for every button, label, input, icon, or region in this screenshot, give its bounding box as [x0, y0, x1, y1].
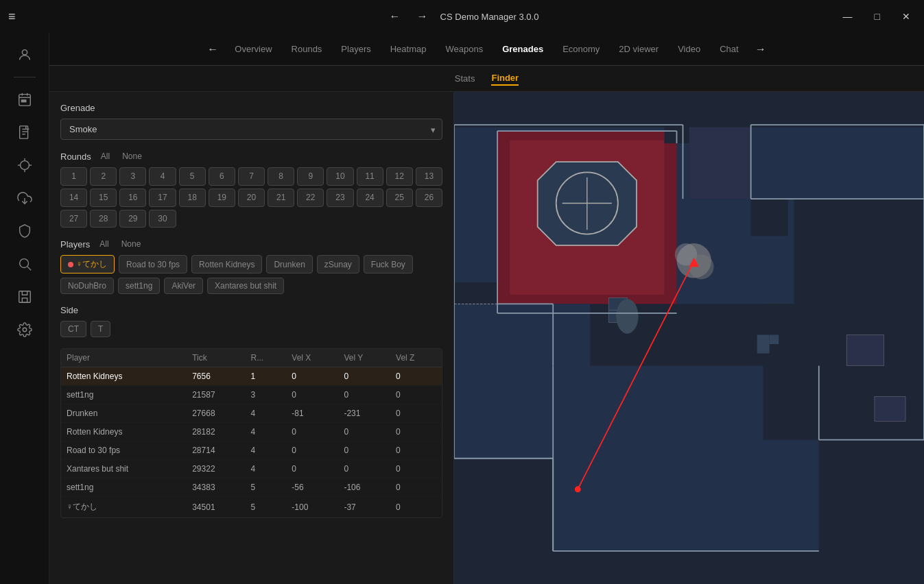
- side-tag-t[interactable]: T: [91, 321, 110, 337]
- round-btn-24[interactable]: 24: [357, 188, 383, 207]
- table-row[interactable]: ♀てかし 34501 5 -100 -37 0: [61, 497, 442, 518]
- svg-rect-74: [770, 334, 779, 344]
- table-row[interactable]: Drunken 27668 4 -81 -231 0: [61, 404, 442, 423]
- round-btn-23[interactable]: 23: [327, 188, 353, 207]
- nav-item-economy[interactable]: Economy: [554, 41, 608, 57]
- col-tick: Tick: [187, 349, 245, 367]
- nav-item-grenades[interactable]: Grenades: [494, 41, 552, 57]
- table-row[interactable]: Rotten Kidneys 7656 1 0 0 0: [61, 367, 442, 386]
- round-btn-25[interactable]: 25: [386, 188, 413, 207]
- round-btn-7[interactable]: 7: [238, 167, 265, 186]
- players-none-button[interactable]: None: [119, 239, 144, 250]
- table-row[interactable]: sett1ng 34383 5 -56 -106 0: [61, 478, 442, 497]
- player-tag-otekashi[interactable]: ♀てかし: [60, 255, 115, 273]
- round-btn-12[interactable]: 12: [386, 167, 413, 186]
- nav-back-arrow[interactable]: ←: [202, 40, 224, 58]
- cell-vely: 0: [338, 367, 390, 386]
- sidebar-item-crosshair[interactable]: [11, 151, 38, 179]
- round-btn-1[interactable]: 1: [60, 167, 87, 186]
- round-btn-11[interactable]: 11: [357, 167, 383, 186]
- table-row[interactable]: Road to 30 fps 28714 4 0 0 0: [61, 441, 442, 460]
- subnav-stats[interactable]: Stats: [455, 72, 475, 85]
- sidebar-item-download[interactable]: [11, 184, 38, 212]
- forward-button[interactable]: →: [413, 9, 432, 24]
- cell-velz: 0: [390, 423, 442, 441]
- svg-point-0: [22, 50, 27, 55]
- sidebar-item-shield[interactable]: [11, 217, 38, 245]
- back-button[interactable]: ←: [386, 9, 405, 24]
- rounds-all-button[interactable]: All: [98, 151, 112, 162]
- cell-player: Rotten Kidneys: [61, 423, 187, 441]
- nav-item-chat[interactable]: Chat: [711, 41, 746, 57]
- minimize-button[interactable]: —: [838, 10, 858, 23]
- svg-point-17: [19, 259, 28, 268]
- nav-item-2dviewer[interactable]: 2D viewer: [611, 41, 667, 57]
- round-btn-13[interactable]: 13: [416, 167, 442, 186]
- nav-item-players[interactable]: Players: [333, 41, 379, 57]
- round-btn-20[interactable]: 20: [238, 188, 265, 207]
- round-btn-27[interactable]: 27: [60, 210, 87, 228]
- sidebar-item-calendar[interactable]: [11, 86, 38, 113]
- round-btn-22[interactable]: 22: [297, 188, 324, 207]
- sidebar-item-settings[interactable]: [11, 316, 38, 343]
- round-btn-10[interactable]: 10: [327, 167, 353, 186]
- nav-item-heatmap[interactable]: Heatmap: [382, 41, 435, 57]
- player-tag-akiver[interactable]: AkiVer: [164, 278, 203, 294]
- round-btn-14[interactable]: 14: [60, 188, 87, 207]
- players-all-button[interactable]: All: [97, 239, 111, 250]
- round-btn-17[interactable]: 17: [149, 188, 176, 207]
- table-row[interactable]: Xantares but shit 29322 4 0 0 0: [61, 460, 442, 478]
- cell-vely: 0: [338, 386, 390, 404]
- round-btn-28[interactable]: 28: [90, 210, 117, 228]
- round-btn-29[interactable]: 29: [119, 210, 146, 228]
- table-row[interactable]: Rotten Kidneys 28182 4 0 0 0: [61, 423, 442, 441]
- player-tag-fuckboy[interactable]: Fuck Boy: [364, 255, 413, 273]
- close-button[interactable]: ✕: [897, 10, 916, 23]
- nav-item-rounds[interactable]: Rounds: [283, 41, 331, 57]
- round-btn-3[interactable]: 3: [119, 167, 146, 186]
- round-btn-15[interactable]: 15: [90, 188, 117, 207]
- nav-forward-arrow[interactable]: →: [750, 40, 772, 58]
- svg-rect-7: [19, 126, 27, 138]
- sidebar-divider: [14, 77, 36, 77]
- sidebar-item-user[interactable]: [11, 41, 38, 69]
- nav-item-overview[interactable]: Overview: [226, 41, 280, 57]
- round-btn-19[interactable]: 19: [209, 188, 235, 207]
- col-player: Player: [61, 349, 187, 367]
- round-btn-18[interactable]: 18: [179, 188, 206, 207]
- side-tag-ct[interactable]: CT: [60, 321, 86, 337]
- round-btn-6[interactable]: 6: [209, 167, 235, 186]
- round-btn-2[interactable]: 2: [90, 167, 117, 186]
- page-body: Grenade Smoke ▾ Rounds All None 1: [49, 92, 924, 584]
- player-tag-drunken[interactable]: Drunken: [266, 255, 312, 273]
- player-tag-xantares[interactable]: Xantares but shit: [207, 278, 284, 294]
- cell-tick: 34501: [187, 497, 245, 518]
- hamburger-menu-button[interactable]: ≡: [8, 10, 16, 24]
- table-row[interactable]: sett1ng 21587 3 0 0 0: [61, 386, 442, 404]
- cell-tick: 28714: [187, 441, 245, 460]
- player-tag-label: NoDuhBro: [68, 281, 106, 291]
- rounds-none-button[interactable]: None: [119, 151, 145, 162]
- round-btn-30[interactable]: 30: [149, 210, 176, 228]
- round-btn-5[interactable]: 5: [179, 167, 206, 186]
- round-btn-8[interactable]: 8: [268, 167, 294, 186]
- player-tag-rottenkidneys[interactable]: Rotten Kidneys: [191, 255, 262, 273]
- player-tag-setting[interactable]: sett1ng: [118, 278, 160, 294]
- round-btn-26[interactable]: 26: [416, 188, 442, 207]
- maximize-button[interactable]: □: [869, 10, 886, 23]
- sidebar-item-demo[interactable]: [11, 119, 38, 146]
- round-btn-9[interactable]: 9: [297, 167, 324, 186]
- player-tag-road30fps[interactable]: Road to 30 fps: [119, 255, 187, 273]
- round-btn-4[interactable]: 4: [149, 167, 176, 186]
- round-btn-16[interactable]: 16: [119, 188, 146, 207]
- round-btn-21[interactable]: 21: [268, 188, 294, 207]
- nav-item-video[interactable]: Video: [670, 41, 709, 57]
- subnav-finder[interactable]: Finder: [491, 71, 519, 86]
- player-tag-noduhbro[interactable]: NoDuhBro: [60, 278, 114, 294]
- sidebar-item-save[interactable]: [11, 283, 38, 311]
- grenade-dropdown[interactable]: Smoke: [60, 119, 442, 140]
- sidebar-item-search[interactable]: [11, 250, 38, 278]
- cell-player: Drunken: [61, 404, 187, 423]
- player-tag-zsunay[interactable]: zSunay: [317, 255, 359, 273]
- nav-item-weapons[interactable]: Weapons: [437, 41, 491, 57]
